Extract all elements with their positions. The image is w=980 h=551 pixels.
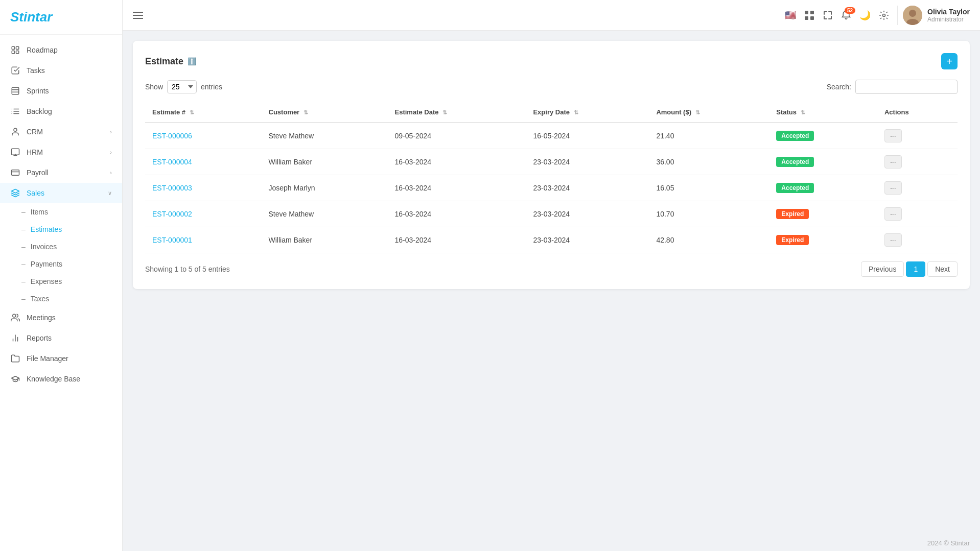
next-button[interactable]: Next	[927, 261, 958, 277]
amount-cell: 10.70	[649, 201, 769, 227]
search-input[interactable]	[855, 80, 958, 94]
col-estimate-no[interactable]: Estimate # ⇅	[145, 102, 262, 123]
row-action-button[interactable]: ···	[884, 233, 902, 247]
col-expiry-date[interactable]: Expiry Date ⇅	[526, 102, 649, 123]
customer-cell: William Baker	[262, 149, 388, 175]
sidebar-item-crm[interactable]: CRM ›	[0, 122, 122, 142]
settings-icon[interactable]	[879, 10, 889, 20]
notification-badge: 52	[845, 7, 855, 14]
svg-rect-3	[16, 51, 19, 54]
customer-cell: Joseph Marlyn	[262, 175, 388, 201]
estimate-link[interactable]: EST-000003	[152, 184, 192, 192]
table-row: EST-000004 William Baker 16-03-2024 23-0…	[145, 149, 958, 175]
sidebar-item-taxes[interactable]: –Taxes	[0, 290, 122, 307]
main-container: 🇺🇸 52 🌙 Olivia Taylor Admi	[123, 0, 980, 551]
sidebar-item-sales[interactable]: Sales ∨	[0, 183, 122, 203]
estimate-link[interactable]: EST-000004	[152, 158, 192, 166]
svg-point-24	[909, 10, 916, 17]
svg-rect-18	[805, 11, 808, 14]
amount-cell: 16.05	[649, 175, 769, 201]
roadmap-icon	[10, 45, 20, 55]
sidebar-item-hrm[interactable]: HRM ›	[0, 142, 122, 162]
table-controls: Show 25 10 50 100 entries Search:	[145, 80, 958, 94]
user-profile[interactable]: Olivia Taylor Administrator	[897, 6, 970, 25]
add-estimate-button[interactable]: +	[941, 53, 958, 69]
show-label: Show	[145, 83, 163, 91]
estimate-link[interactable]: EST-000006	[152, 132, 192, 140]
logo: Stintar	[0, 0, 122, 35]
footer: 2024 © Stintar	[123, 535, 980, 551]
sidebar-item-backlog[interactable]: Backlog	[0, 101, 122, 122]
show-entries: Show 25 10 50 100 entries	[145, 80, 222, 93]
sidebar-item-reports[interactable]: Reports	[0, 328, 122, 348]
table-row: EST-000002 Steve Mathew 16-03-2024 23-03…	[145, 201, 958, 227]
sidebar-item-file_manager[interactable]: File Manager	[0, 348, 122, 369]
user-name: Olivia Taylor	[927, 8, 970, 16]
sidebar-item-payroll[interactable]: Payroll ›	[0, 162, 122, 183]
previous-button[interactable]: Previous	[861, 261, 904, 277]
file_manager-icon	[10, 354, 20, 363]
sidebar-item-roadmap[interactable]: Roadmap	[0, 40, 122, 60]
row-action-button[interactable]: ···	[884, 207, 902, 221]
apps-icon[interactable]	[804, 10, 814, 20]
sidebar-item-estimates[interactable]: –Estimates	[0, 221, 122, 238]
dark-mode-icon[interactable]: 🌙	[859, 10, 871, 21]
row-action-button[interactable]: ···	[884, 129, 902, 142]
estimate-link[interactable]: EST-000002	[152, 210, 192, 218]
actions-cell: ···	[877, 175, 958, 201]
col-amount[interactable]: Amount ($) ⇅	[649, 102, 769, 123]
info-icon[interactable]: ℹ️	[188, 57, 196, 65]
customer-cell: William Baker	[262, 227, 388, 253]
estimate-no-cell: EST-000002	[145, 201, 262, 227]
row-action-button[interactable]: ···	[884, 155, 902, 169]
page-header: Estimate ℹ️ +	[145, 53, 958, 69]
sidebar-item-payments[interactable]: –Payments	[0, 255, 122, 273]
sidebar-item-tasks[interactable]: Tasks	[0, 60, 122, 81]
copyright: 2024 © Stintar	[927, 539, 970, 547]
expand-icon[interactable]	[823, 10, 833, 20]
entries-select[interactable]: 25 10 50 100	[167, 80, 197, 93]
customer-cell: Steve Mathew	[262, 201, 388, 227]
sidebar: Stintar Roadmap Tasks Sprints Backlog CR…	[0, 0, 123, 551]
estimate-link[interactable]: EST-000001	[152, 236, 192, 244]
svg-point-22	[883, 14, 885, 16]
estimate-date-cell: 16-03-2024	[387, 201, 526, 227]
menu-toggle[interactable]	[133, 12, 143, 19]
expiry-date-cell: 23-03-2024	[526, 201, 649, 227]
estimates-card: Estimate ℹ️ + Show 25 10 50 100 entries	[133, 41, 970, 289]
sprints-icon	[10, 86, 20, 95]
col-status[interactable]: Status ⇅	[769, 102, 877, 123]
entries-label: entries	[201, 83, 222, 91]
estimates-table: Estimate # ⇅ Customer ⇅ Estimate Date ⇅ …	[145, 102, 958, 253]
sidebar-item-expenses[interactable]: –Expenses	[0, 273, 122, 290]
user-role: Administrator	[927, 16, 970, 23]
notification-icon[interactable]: 52	[841, 10, 851, 20]
expiry-date-cell: 23-03-2024	[526, 149, 649, 175]
sidebar-item-knowledge_base[interactable]: Knowledge Base	[0, 369, 122, 389]
sidebar-item-invoices[interactable]: –Invoices	[0, 238, 122, 255]
content-area: Estimate ℹ️ + Show 25 10 50 100 entries	[123, 31, 980, 535]
sidebar-item-sprints[interactable]: Sprints	[0, 81, 122, 101]
pagination: Showing 1 to 5 of 5 entries Previous 1 N…	[145, 261, 958, 277]
crm-icon	[10, 127, 20, 136]
table-row: EST-000006 Steve Mathew 09-05-2024 16-05…	[145, 123, 958, 149]
actions-cell: ···	[877, 149, 958, 175]
status-cell: Expired	[769, 227, 877, 253]
header-right: 🇺🇸 52 🌙 Olivia Taylor Admi	[785, 6, 970, 25]
language-flag-icon[interactable]: 🇺🇸	[785, 10, 796, 21]
sidebar-item-items[interactable]: –Items	[0, 203, 122, 221]
status-badge: Accepted	[776, 131, 814, 141]
col-estimate-date[interactable]: Estimate Date ⇅	[387, 102, 526, 123]
col-customer[interactable]: Customer ⇅	[262, 102, 388, 123]
estimate-no-cell: EST-000001	[145, 227, 262, 253]
sales-icon	[10, 188, 20, 198]
estimate-no-cell: EST-000003	[145, 175, 262, 201]
sidebar-item-meetings[interactable]: Meetings	[0, 307, 122, 328]
expiry-date-cell: 16-05-2024	[526, 123, 649, 149]
header-left	[133, 12, 143, 19]
row-action-button[interactable]: ···	[884, 181, 902, 195]
payroll-icon	[10, 168, 20, 177]
estimate-date-cell: 09-05-2024	[387, 123, 526, 149]
meetings-icon	[10, 313, 20, 322]
page-1-button[interactable]: 1	[906, 261, 925, 277]
